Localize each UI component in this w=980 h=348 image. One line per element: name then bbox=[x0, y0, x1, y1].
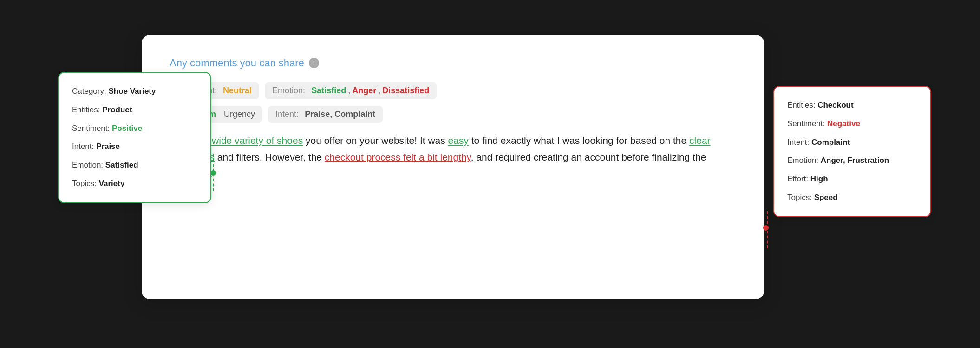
left-card-row-topics: Topics: Variety bbox=[72, 178, 197, 189]
connector-dot-left bbox=[210, 170, 216, 176]
emotion-label: Emotion: bbox=[272, 86, 305, 96]
link-checkout[interactable]: checkout process felt a bit lengthy bbox=[325, 152, 471, 162]
emotion-value-satisfied: Satisfied bbox=[311, 86, 346, 96]
text-after-link3: and filters. However, the bbox=[215, 152, 325, 162]
intent-tag: Intent: Praise, Complaint bbox=[268, 106, 383, 123]
right-detail-card: Entities: Checkout Sentiment: Negative I… bbox=[773, 86, 931, 217]
connector-dot-right bbox=[763, 225, 769, 231]
sentiment-value: Neutral bbox=[223, 86, 252, 96]
tags-row-2: Medium Urgency Intent: Praise, Complaint bbox=[170, 106, 736, 123]
emotion-value-anger: Anger bbox=[352, 86, 376, 96]
right-card-row-effort: Effort: High bbox=[787, 174, 917, 185]
left-card-row-emotion: Emotion: Satisfied bbox=[72, 160, 197, 171]
right-card-row-emotion: Emotion: Anger, Frustration bbox=[787, 155, 917, 166]
intent-label: Intent: bbox=[275, 110, 299, 119]
left-card-row-sentiment: Sentiment: Positive bbox=[72, 123, 197, 134]
text-after-link2: to find exactly what I was looking for b… bbox=[469, 135, 689, 146]
intent-value: Praise, Complaint bbox=[305, 110, 375, 119]
right-card-row-entities: Entities: Checkout bbox=[787, 100, 917, 111]
right-card-row-sentiment: Sentiment: Negative bbox=[787, 118, 917, 129]
right-card-row-topics: Topics: Speed bbox=[787, 192, 917, 203]
text-after-link1: you offer on your website! It was bbox=[303, 135, 448, 146]
left-card-row-entities: Entities: Product bbox=[72, 104, 197, 116]
section-title-text: Any comments you can share bbox=[170, 57, 304, 69]
left-detail-card: Category: Shoe Variety Entities: Product… bbox=[58, 72, 211, 203]
right-card-row-intent: Intent: Complaint bbox=[787, 137, 917, 148]
emotion-value-dissatisfied: Dissatisfied bbox=[382, 86, 429, 96]
body-text: I love the wide variety of shoes you off… bbox=[170, 132, 736, 182]
urgency-level-label: Urgency bbox=[224, 110, 255, 119]
emotion-tag: Emotion: Satisfied, Anger, Dissatisfied bbox=[265, 82, 437, 99]
main-card: Any comments you can share i Sentiment: … bbox=[142, 35, 764, 299]
section-title: Any comments you can share i bbox=[170, 57, 736, 69]
link-easy[interactable]: easy bbox=[448, 135, 469, 146]
left-card-row-category: Category: Shoe Variety bbox=[72, 86, 197, 97]
tags-row-1: Sentiment: Neutral Emotion: Satisfied, A… bbox=[170, 82, 736, 99]
info-icon[interactable]: i bbox=[309, 58, 319, 68]
left-card-row-intent: Intent: Praise bbox=[72, 141, 197, 152]
